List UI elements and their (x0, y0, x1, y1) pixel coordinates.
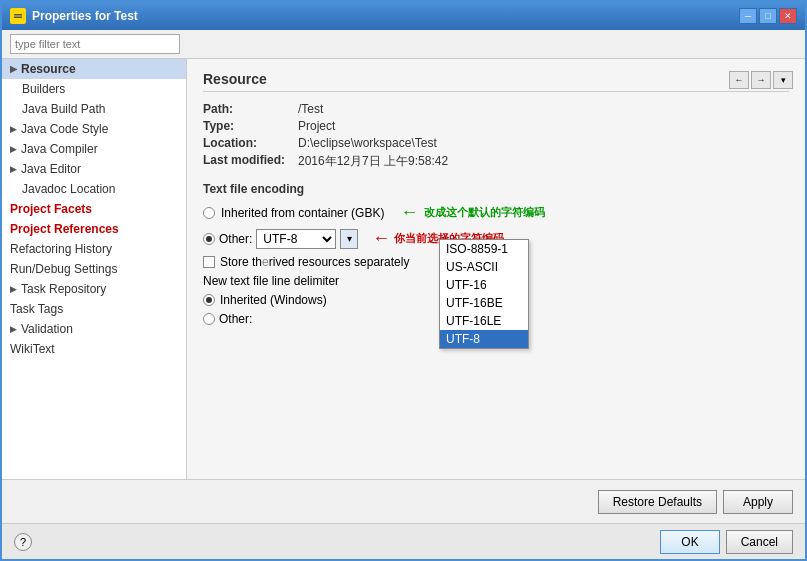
last-modified-row: Last modified: 2016年12月7日 上午9:58:42 (203, 153, 789, 170)
other-newline-label: Other: (219, 312, 252, 326)
minimize-button[interactable]: ─ (739, 8, 757, 24)
sidebar-item-label: Javadoc Location (22, 182, 115, 196)
sidebar-item-java-code-style[interactable]: ▶ Java Code Style (2, 119, 186, 139)
dropdown-item-usascii[interactable]: US-ASCII (440, 258, 528, 276)
sidebar-item-label: Java Editor (21, 162, 81, 176)
encoding-select[interactable]: UTF-8 ISO-8859-1 US-ASCII UTF-16 UTF-16B… (256, 229, 336, 249)
sidebar-item-java-compiler[interactable]: ▶ Java Compiler (2, 139, 186, 159)
sidebar-item-task-tags[interactable]: Task Tags (2, 299, 186, 319)
inherited-radio[interactable] (203, 207, 215, 219)
sidebar-item-project-references[interactable]: Project References (2, 219, 186, 239)
expand-arrow: ▶ (10, 124, 17, 134)
sidebar-item-resource[interactable]: ▶ Resource (2, 59, 186, 79)
sidebar-item-label: Task Repository (21, 282, 106, 296)
dropdown-item-utf16be[interactable]: UTF-16BE (440, 294, 528, 312)
sidebar-item-label: Refactoring History (10, 242, 112, 256)
bottom-right-buttons: Restore Defaults Apply (598, 490, 793, 514)
svg-rect-2 (14, 17, 22, 19)
green-annotation: 改成这个默认的字符编码 (424, 205, 545, 220)
title-bar: Properties for Test ─ □ ✕ (2, 2, 805, 30)
sidebar-item-task-repository[interactable]: ▶ Task Repository (2, 279, 186, 299)
inherit-platform-radio[interactable] (203, 294, 215, 306)
ok-button[interactable]: OK (660, 530, 719, 554)
sidebar-item-wikitext[interactable]: WikiText (2, 339, 186, 359)
store-checkbox[interactable] (203, 256, 215, 268)
sidebar-item-java-build-path[interactable]: Java Build Path (2, 99, 186, 119)
sidebar-item-label: Project Facets (10, 202, 92, 216)
expand-arrow: ▶ (10, 64, 17, 74)
type-value: Project (298, 119, 335, 133)
location-label: Location: (203, 136, 298, 150)
encoding-dropdown-button[interactable]: ▾ (340, 229, 358, 249)
encoding-section-label: Text file encoding (203, 182, 789, 196)
main-content: ▶ Resource Builders Java Build Path ▶ Ja… (2, 59, 805, 479)
last-modified-label: Last modified: (203, 153, 298, 170)
cancel-button[interactable]: Cancel (726, 530, 793, 554)
apply-button[interactable]: Apply (723, 490, 793, 514)
inherit-platform-label: Inherited (Windows) (220, 293, 327, 307)
expand-arrow: ▶ (10, 284, 17, 294)
title-buttons: ─ □ ✕ (739, 8, 797, 24)
sidebar-item-label: Java Compiler (21, 142, 98, 156)
dialog-icon (10, 8, 26, 24)
dialog-action-buttons: OK Cancel (660, 530, 793, 554)
sidebar-item-builders[interactable]: Builders (2, 79, 186, 99)
sidebar-item-label: Java Code Style (21, 122, 108, 136)
path-row: Path: /Test (203, 102, 789, 116)
dropdown-item-utf16le[interactable]: UTF-16LE (440, 312, 528, 330)
nav-dropdown-button[interactable]: ▾ (773, 71, 793, 89)
sidebar-item-java-editor[interactable]: ▶ Java Editor (2, 159, 186, 179)
other-newline-radio[interactable] (203, 313, 215, 325)
restore-defaults-button[interactable]: Restore Defaults (598, 490, 717, 514)
new-text-label: New text file line delimiter (203, 274, 339, 288)
expand-arrow: ▶ (10, 164, 17, 174)
store-label: Store therived resources separately (220, 255, 409, 269)
content-area: ← → ▾ Resource Path: /Test Type: Project… (187, 59, 805, 479)
other-radio[interactable] (203, 233, 215, 245)
dropdown-item-utf8[interactable]: UTF-8 (440, 330, 528, 348)
type-label: Type: (203, 119, 298, 133)
back-button[interactable]: ← (729, 71, 749, 89)
location-row: Location: D:\eclipse\workspace\Test (203, 136, 789, 150)
red-arrow-icon: ← (372, 228, 390, 249)
filter-input[interactable] (10, 34, 180, 54)
sidebar-item-label: Task Tags (10, 302, 63, 316)
dialog-bottom: ? OK Cancel (2, 523, 805, 559)
inherited-option-row: Inherited from container (GBK) ← 改成这个默认的… (203, 202, 789, 223)
svg-rect-1 (14, 14, 22, 16)
nav-arrows: ← → ▾ (729, 71, 793, 89)
sidebar-item-label: Project References (10, 222, 119, 236)
expand-arrow: ▶ (10, 144, 17, 154)
sidebar-item-label: WikiText (10, 342, 55, 356)
maximize-button[interactable]: □ (759, 8, 777, 24)
type-row: Type: Project (203, 119, 789, 133)
sidebar-item-validation[interactable]: ▶ Validation (2, 319, 186, 339)
forward-button[interactable]: → (751, 71, 771, 89)
sidebar-item-project-facets[interactable]: Project Facets (2, 199, 186, 219)
close-button[interactable]: ✕ (779, 8, 797, 24)
location-value: D:\eclipse\workspace\Test (298, 136, 437, 150)
sidebar-item-javadoc-location[interactable]: Javadoc Location (2, 179, 186, 199)
path-label: Path: (203, 102, 298, 116)
content-title: Resource (203, 71, 789, 92)
filter-bar (2, 30, 805, 59)
sidebar-item-run-debug-settings[interactable]: Run/Debug Settings (2, 259, 186, 279)
sidebar: ▶ Resource Builders Java Build Path ▶ Ja… (2, 59, 187, 479)
properties-dialog: Properties for Test ─ □ ✕ ▶ Resource Bui… (0, 0, 807, 561)
green-arrow-icon: ← (400, 202, 418, 223)
svg-rect-0 (12, 10, 24, 22)
dropdown-item-utf16[interactable]: UTF-16 (440, 276, 528, 294)
help-button[interactable]: ? (14, 533, 32, 551)
other-label: Other: (219, 232, 252, 246)
sidebar-item-label: Java Build Path (22, 102, 105, 116)
info-table: Path: /Test Type: Project Location: D:\e… (203, 102, 789, 170)
sidebar-item-label: Resource (21, 62, 76, 76)
path-value: /Test (298, 102, 323, 116)
encoding-dropdown-menu: ISO-8859-1 US-ASCII UTF-16 UTF-16BE UTF-… (439, 239, 529, 349)
dialog-title: Properties for Test (32, 9, 138, 23)
sidebar-item-refactoring-history[interactable]: Refactoring History (2, 239, 186, 259)
bottom-action-bar: Restore Defaults Apply (2, 479, 805, 523)
sidebar-item-label: Validation (21, 322, 73, 336)
dropdown-item-iso[interactable]: ISO-8859-1 (440, 240, 528, 258)
sidebar-item-label: Run/Debug Settings (10, 262, 117, 276)
